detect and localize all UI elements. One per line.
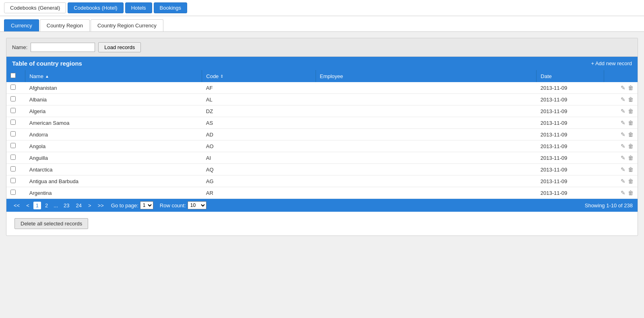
- row-employee-3: [316, 117, 537, 129]
- pagination-footer: << < 1 2 ... 23 24 > >> Go to page: 1 Ro…: [6, 199, 638, 212]
- table-row: Antigua and Barbuda AG 2013-11-09 ✎ 🗑: [6, 176, 638, 187]
- next-page-button[interactable]: >: [86, 202, 94, 209]
- row-code-2: DZ: [202, 105, 316, 117]
- edit-button-3[interactable]: ✎: [621, 120, 625, 126]
- tab-currency[interactable]: Currency: [4, 19, 39, 31]
- main-area: Name: Load records Table of country regi…: [0, 32, 644, 242]
- name-input[interactable]: [31, 43, 95, 52]
- goto-label: Go to page:: [111, 202, 138, 209]
- page-1-button[interactable]: 1: [33, 202, 41, 209]
- country-regions-table: Name ▲ Code ⇕ Employee Date: [6, 70, 638, 199]
- row-name-6: Anguilla: [25, 152, 202, 164]
- rowcount-label: Row count:: [160, 202, 186, 209]
- row-actions-3: ✎ 🗑: [604, 117, 638, 129]
- code-sort-icon[interactable]: ⇕: [220, 74, 223, 78]
- row-date-0: 2013-11-09: [537, 82, 604, 94]
- tab-country-region[interactable]: Country Region: [40, 19, 90, 31]
- table-row: Angola AO 2013-11-09 ✎ 🗑: [6, 140, 638, 152]
- goto-page-select[interactable]: 1: [140, 201, 153, 209]
- edit-button-4[interactable]: ✎: [621, 131, 625, 138]
- top-nav-codebooks-general[interactable]: Codebooks (General): [4, 2, 66, 13]
- page-2-button[interactable]: 2: [43, 202, 50, 209]
- row-checkbox-6[interactable]: [10, 155, 16, 160]
- row-code-9: AR: [202, 187, 316, 199]
- delete-button-1[interactable]: 🗑: [628, 96, 634, 103]
- delete-button-6[interactable]: 🗑: [628, 155, 634, 161]
- name-sort-icon[interactable]: ▲: [45, 74, 49, 78]
- page-23-button[interactable]: 23: [61, 202, 72, 209]
- delete-button-2[interactable]: 🗑: [628, 108, 634, 114]
- row-date-6: 2013-11-09: [537, 152, 604, 164]
- row-code-8: AG: [202, 176, 316, 187]
- row-name-0: Afghanistan: [25, 82, 202, 94]
- delete-button-7[interactable]: 🗑: [628, 166, 634, 173]
- row-code-7: AQ: [202, 164, 316, 176]
- edit-button-7[interactable]: ✎: [621, 166, 625, 173]
- row-checkbox-5[interactable]: [10, 143, 16, 148]
- edit-button-1[interactable]: ✎: [621, 96, 625, 103]
- row-actions-1: ✎ 🗑: [604, 94, 638, 105]
- table-row: Algeria DZ 2013-11-09 ✎ 🗑: [6, 105, 638, 117]
- row-checkbox-7[interactable]: [10, 166, 16, 171]
- delete-button-8[interactable]: 🗑: [628, 178, 634, 184]
- row-checkbox-9[interactable]: [10, 190, 16, 195]
- top-nav-codebooks-hotel[interactable]: Codebooks (Hotel): [68, 2, 123, 13]
- delete-selected-button[interactable]: Delete all selected records: [14, 218, 88, 229]
- edit-button-2[interactable]: ✎: [621, 108, 625, 114]
- row-employee-0: [316, 82, 537, 94]
- row-actions-6: ✎ 🗑: [604, 152, 638, 164]
- top-nav-bookings[interactable]: Bookings: [154, 2, 187, 13]
- select-all-checkbox[interactable]: [10, 73, 16, 78]
- row-name-5: Angola: [25, 140, 202, 152]
- row-name-3: American Samoa: [25, 117, 202, 129]
- load-records-button[interactable]: Load records: [98, 42, 141, 52]
- row-actions-4: ✎ 🗑: [604, 129, 638, 140]
- row-employee-6: [316, 152, 537, 164]
- row-checkbox-4[interactable]: [10, 131, 16, 136]
- tab-bar: Currency Country Region Country Region C…: [0, 16, 644, 32]
- add-new-record-button[interactable]: + Add new record: [591, 60, 632, 66]
- row-code-0: AF: [202, 82, 316, 94]
- row-actions-2: ✎ 🗑: [604, 105, 638, 117]
- tab-country-region-currency[interactable]: Country Region Currency: [91, 19, 163, 31]
- row-date-2: 2013-11-09: [537, 105, 604, 117]
- top-nav: Codebooks (General) Codebooks (Hotel) Ho…: [0, 0, 644, 16]
- first-page-button[interactable]: <<: [11, 202, 22, 209]
- edit-button-9[interactable]: ✎: [621, 190, 625, 196]
- edit-button-0[interactable]: ✎: [621, 85, 625, 91]
- edit-button-5[interactable]: ✎: [621, 143, 625, 149]
- col-date-header: Date: [541, 73, 551, 79]
- row-checkbox-0[interactable]: [10, 85, 16, 90]
- row-date-1: 2013-11-09: [537, 94, 604, 105]
- row-code-5: AO: [202, 140, 316, 152]
- top-nav-hotels[interactable]: Hotels: [125, 2, 152, 13]
- delete-button-5[interactable]: 🗑: [628, 143, 634, 149]
- prev-page-button[interactable]: <: [24, 202, 32, 209]
- edit-button-8[interactable]: ✎: [621, 178, 625, 184]
- row-employee-4: [316, 129, 537, 140]
- table-row: Anguilla AI 2013-11-09 ✎ 🗑: [6, 152, 638, 164]
- search-bar: Name: Load records: [6, 38, 638, 57]
- delete-button-0[interactable]: 🗑: [628, 85, 634, 91]
- last-page-button[interactable]: >>: [95, 202, 106, 209]
- delete-button-9[interactable]: 🗑: [628, 190, 634, 196]
- delete-button-3[interactable]: 🗑: [628, 120, 634, 126]
- edit-button-6[interactable]: ✎: [621, 155, 625, 161]
- col-code-header: Code: [206, 73, 219, 79]
- row-date-8: 2013-11-09: [537, 176, 604, 187]
- col-name-header: Name: [29, 73, 43, 79]
- delete-section: Delete all selected records: [6, 212, 638, 235]
- rowcount-select[interactable]: 5 10 25 50 100: [188, 201, 206, 209]
- row-checkbox-2[interactable]: [10, 108, 16, 113]
- row-employee-9: [316, 187, 537, 199]
- delete-button-4[interactable]: 🗑: [628, 131, 634, 138]
- row-checkbox-8[interactable]: [10, 178, 16, 183]
- table-row: Andorra AD 2013-11-09 ✎ 🗑: [6, 129, 638, 140]
- name-label: Name:: [12, 44, 27, 50]
- row-date-7: 2013-11-09: [537, 164, 604, 176]
- page-24-button[interactable]: 24: [74, 202, 84, 209]
- row-checkbox-3[interactable]: [10, 120, 16, 125]
- row-checkbox-1[interactable]: [10, 96, 16, 101]
- main-panel: Name: Load records Table of country regi…: [6, 38, 638, 236]
- table-row: Argentina AR 2013-11-09 ✎ 🗑: [6, 187, 638, 199]
